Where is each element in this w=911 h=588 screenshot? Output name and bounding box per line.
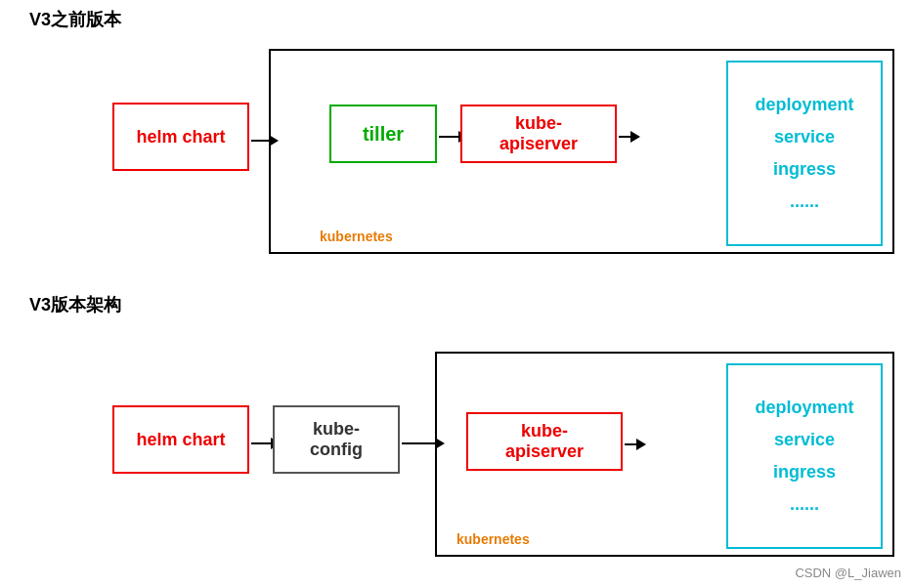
top-k8s-label: kubernetes (320, 229, 393, 244)
bottom-resource-deployment: deployment (755, 398, 853, 418)
bottom-k8s-box: kube-apiserver deployment service ingres… (435, 352, 894, 557)
top-resource-ingress: ingress (773, 159, 836, 180)
top-section-title: V3之前版本 (29, 8, 121, 31)
top-kube-apiserver-box: kube-apiserver (460, 105, 617, 163)
bottom-kube-config-box: kube-config (273, 405, 400, 474)
bottom-resource-ellipsis: ...... (790, 494, 819, 515)
top-tiller-box: tiller (329, 105, 437, 163)
watermark: CSDN @L_Jiawen (795, 566, 901, 580)
bottom-section-title: V3版本架构 (29, 293, 121, 316)
top-k8s-box: tiller kube-apiserver deployment service… (269, 49, 894, 254)
top-resource-ellipsis: ...... (790, 191, 819, 212)
bottom-arrow-3 (625, 439, 646, 450)
top-resource-service: service (774, 127, 835, 147)
bottom-diagram: helm chart kube-config kube-apiserver de… (5, 332, 904, 557)
bottom-k8s-label: kubernetes (456, 531, 530, 547)
top-diagram: helm chart tiller kube-apiserver deploym… (5, 29, 904, 264)
bottom-kube-apiserver-box: kube-apiserver (466, 412, 623, 471)
top-helm-chart-box: helm chart (112, 103, 249, 171)
bottom-resource-service: service (774, 430, 835, 450)
bottom-resource-ingress: ingress (773, 462, 836, 483)
top-arrow-3 (619, 131, 640, 143)
top-resources-box: deployment service ingress ...... (726, 61, 883, 246)
top-resource-deployment: deployment (755, 95, 853, 115)
bottom-helm-chart-box: helm chart (112, 405, 249, 474)
bottom-resources-box: deployment service ingress ...... (726, 363, 883, 549)
